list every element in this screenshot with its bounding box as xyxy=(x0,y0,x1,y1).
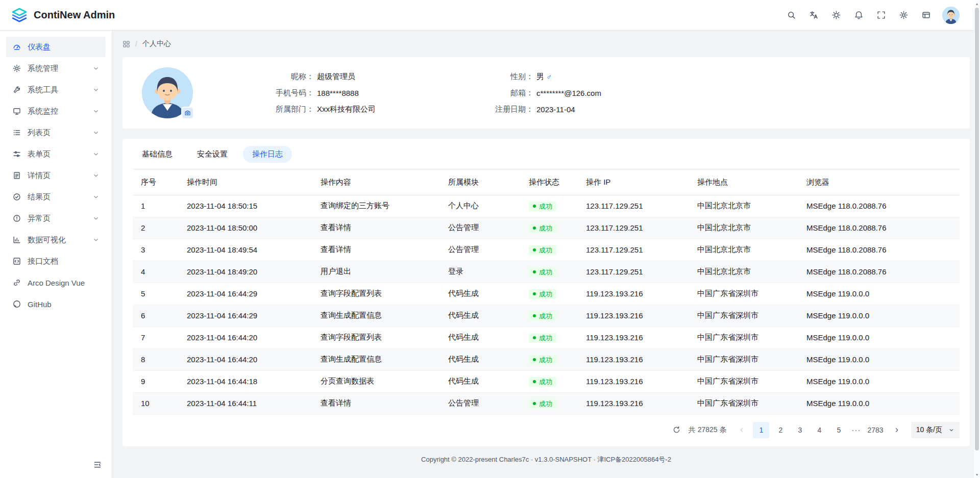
field-label: 性别： xyxy=(486,72,533,82)
pagination-ellipsis[interactable]: ··· xyxy=(850,425,862,434)
fullscreen-icon[interactable] xyxy=(872,6,890,24)
sidebar-item-list-page[interactable]: 列表页 xyxy=(6,122,106,143)
status-badge: 成功 xyxy=(529,333,556,343)
cell-ip: 123.117.129.251 xyxy=(578,239,689,261)
cell-time: 2023-11-04 18:50:00 xyxy=(179,217,312,239)
sidebar-item-label: 系统管理 xyxy=(28,64,58,73)
translate-icon[interactable] xyxy=(804,6,823,24)
search-icon[interactable] xyxy=(782,6,800,24)
cell-location: 中国广东省深圳市 xyxy=(689,392,798,414)
cell-no: 7 xyxy=(133,326,179,348)
scrollbar-thumb[interactable] xyxy=(975,8,979,450)
change-avatar-camera-icon[interactable] xyxy=(181,107,194,119)
sidebar-item-github[interactable]: GitHub xyxy=(6,294,106,314)
status-text: 成功 xyxy=(539,379,552,385)
table-row: 4 2023-11-04 18:49:20 用户退出 登录 成功 123.117… xyxy=(133,261,960,283)
sidebar-item-result-page[interactable]: 结果页 xyxy=(6,187,106,207)
cell-ip: 119.123.193.216 xyxy=(578,326,689,348)
notifications-bell-icon[interactable] xyxy=(849,6,868,24)
cell-browser: MSEdge 119.0.0.0 xyxy=(798,348,960,370)
sidebar-item-data-visualization[interactable]: 数据可视化 xyxy=(6,230,106,250)
cell-status: 成功 xyxy=(521,348,578,370)
cell-ip: 119.123.193.216 xyxy=(578,305,689,326)
info-circle-icon xyxy=(12,214,21,222)
operation-log-table: 序号 操作时间 操作内容 所属模块 操作状态 操作 IP 操作地点 浏览器 1 … xyxy=(133,170,960,415)
cell-no: 6 xyxy=(133,305,179,326)
settings-gear-icon[interactable] xyxy=(894,6,913,24)
refresh-icon[interactable] xyxy=(669,422,684,438)
user-avatar[interactable] xyxy=(942,7,960,24)
status-dot-icon xyxy=(533,358,536,361)
cell-content: 查看详情 xyxy=(312,239,440,261)
table-row: 5 2023-11-04 16:44:29 查询字段配置列表 代码生成 成功 1… xyxy=(133,283,960,305)
menu-fold-icon[interactable] xyxy=(90,458,105,472)
prev-page-icon[interactable] xyxy=(733,422,750,438)
table-row: 2 2023-11-04 18:50:00 查看详情 公告管理 成功 123.1… xyxy=(133,217,960,239)
scroll-down-icon[interactable]: ▼ xyxy=(974,471,980,478)
page-button-last[interactable]: 2783 xyxy=(865,422,885,438)
sidebar-item-system-monitor[interactable]: 系统监控 xyxy=(6,101,106,121)
tab-basic-info[interactable]: 基础信息 xyxy=(133,146,182,163)
page-button-3[interactable]: 3 xyxy=(792,422,808,438)
profile-avatar[interactable] xyxy=(142,67,193,118)
cell-time: 2023-11-04 16:44:20 xyxy=(179,326,312,348)
cell-content: 分页查询数据表 xyxy=(312,370,440,392)
cell-status: 成功 xyxy=(521,326,578,348)
sidebar-item-system-tools[interactable]: 系统工具 xyxy=(6,80,106,100)
next-page-icon[interactable] xyxy=(889,422,905,438)
cell-no: 8 xyxy=(133,348,179,370)
field-value: Xxx科技有限公司 xyxy=(317,105,376,114)
table-row: 1 2023-11-04 18:50:15 查询绑定的三方账号 个人中心 成功 … xyxy=(133,195,960,217)
status-badge: 成功 xyxy=(529,202,556,211)
layout-icon[interactable] xyxy=(917,6,935,24)
app-brand[interactable]: ContiNew Admin xyxy=(11,7,115,23)
cell-browser: MSEdge 119.0.0.0 xyxy=(798,392,960,414)
sidebar-item-form-page[interactable]: 表单页 xyxy=(6,144,106,164)
tab-security-settings[interactable]: 安全设置 xyxy=(188,146,237,163)
cell-module: 登录 xyxy=(440,261,521,283)
cell-browser: MSEdge 119.0.0.0 xyxy=(798,305,960,326)
code-square-icon xyxy=(12,257,21,265)
apps-grid-icon[interactable] xyxy=(122,40,130,48)
page-footer: Copyright © 2022-present Charles7c · v1.… xyxy=(122,446,970,469)
sidebar-item-dashboard[interactable]: 仪表盘 xyxy=(6,37,106,57)
dashboard-gauge-icon xyxy=(12,43,21,51)
sidebar-item-system-management[interactable]: 系统管理 xyxy=(6,58,106,79)
cell-browser: MSEdge 118.0.2088.76 xyxy=(798,217,960,239)
page-button-5[interactable]: 5 xyxy=(830,422,847,438)
cell-browser: MSEdge 119.0.0.0 xyxy=(798,326,960,348)
cell-location: 中国北京北京市 xyxy=(689,261,798,283)
cell-module: 代码生成 xyxy=(440,370,521,392)
tab-operation-log[interactable]: 操作日志 xyxy=(243,146,292,163)
app-title: ContiNew Admin xyxy=(34,9,115,21)
sidebar-item-exception-page[interactable]: 异常页 xyxy=(6,208,106,229)
cell-status: 成功 xyxy=(521,392,578,414)
cell-browser: MSEdge 118.0.2088.76 xyxy=(798,261,960,283)
sidebar-item-label: Arco Design Vue xyxy=(28,279,85,287)
status-text: 成功 xyxy=(539,247,552,254)
field-phone: 手机号码： 188****8888 xyxy=(267,88,486,98)
sidebar-item-arco-design-vue[interactable]: Arco Design Vue xyxy=(6,272,106,293)
cell-content: 查询绑定的三方账号 xyxy=(312,195,440,217)
vertical-scrollbar[interactable]: ▲ ▼ xyxy=(974,0,980,478)
page-button-2[interactable]: 2 xyxy=(772,422,789,438)
field-email: 邮箱： c********@126.com xyxy=(486,88,706,98)
cell-module: 公告管理 xyxy=(440,239,521,261)
cell-module: 代码生成 xyxy=(440,326,521,348)
page-size-select[interactable]: 10 条/页 xyxy=(911,422,960,438)
status-text: 成功 xyxy=(539,313,552,319)
table-row: 8 2023-11-04 16:44:20 查询生成配置信息 代码生成 成功 1… xyxy=(133,348,960,370)
theme-light-icon[interactable] xyxy=(827,6,845,24)
page-button-4[interactable]: 4 xyxy=(811,422,827,438)
sidebar-item-api-docs[interactable]: 接口文档 xyxy=(6,251,106,271)
cell-time: 2023-11-04 16:44:11 xyxy=(179,392,312,414)
page-size-value: 10 条/页 xyxy=(916,425,942,435)
cell-no: 1 xyxy=(133,195,179,217)
field-label: 所属部门： xyxy=(267,105,314,114)
scroll-up-icon[interactable]: ▲ xyxy=(974,0,980,7)
cell-browser: MSEdge 118.0.2088.76 xyxy=(798,239,960,261)
sidebar-item-detail-page[interactable]: 详情页 xyxy=(6,165,106,186)
page-button-1[interactable]: 1 xyxy=(753,422,769,438)
table-row: 9 2023-11-04 16:44:18 分页查询数据表 代码生成 成功 11… xyxy=(133,370,960,392)
field-label: 手机号码： xyxy=(267,88,314,98)
